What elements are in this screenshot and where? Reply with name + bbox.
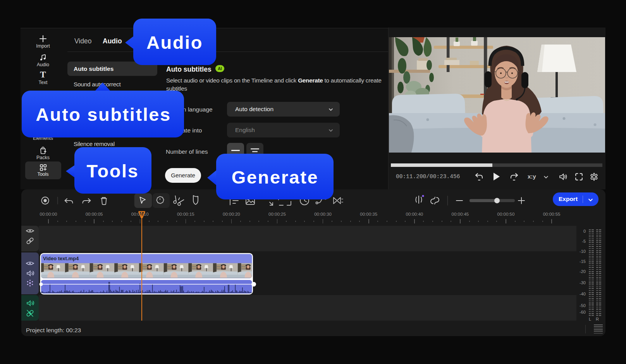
svg-text:Generate: Generate [232, 167, 319, 187]
svg-text:Auto subtitles: Auto subtitles [36, 104, 171, 125]
svg-text:Audio: Audio [146, 32, 203, 53]
svg-text:Tools: Tools [87, 161, 139, 181]
